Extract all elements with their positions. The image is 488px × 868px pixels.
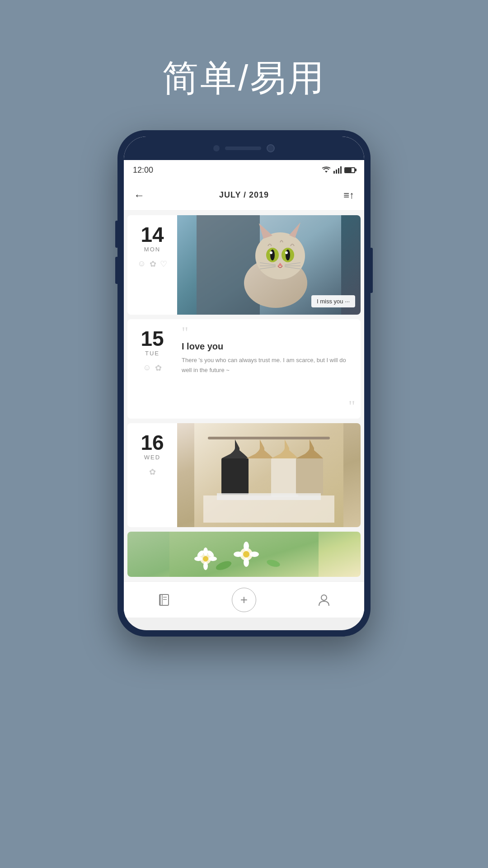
app-content: ← JULY / 2019 ≡↑ 14 MON ☺ ✿ [124, 180, 364, 618]
svg-rect-30 [296, 458, 323, 495]
entry-14[interactable]: 14 MON ☺ ✿ ♡ [127, 215, 361, 315]
sunny-icon-16: ✿ [149, 467, 156, 477]
mood-icons-16: ✿ [149, 467, 156, 477]
sunny-icon: ✿ [150, 259, 156, 269]
svg-point-36 [203, 547, 208, 556]
nav-add-item[interactable]: + [230, 586, 258, 613]
volume-down-button[interactable] [115, 257, 117, 284]
header-title: JULY / 2019 [219, 190, 269, 200]
svg-rect-6 [197, 215, 260, 315]
entry-15[interactable]: 15 TUE ☺ ✿ " I love you There 's you who… [127, 319, 361, 419]
front-camera [267, 144, 275, 152]
plus-icon: + [240, 594, 248, 606]
nav-book-item[interactable] [150, 586, 178, 613]
svg-rect-2 [336, 170, 337, 174]
svg-rect-32 [217, 493, 321, 500]
add-button[interactable]: + [232, 588, 256, 612]
svg-rect-1 [333, 171, 335, 174]
svg-point-54 [321, 595, 327, 600]
day-name-15: TUE [145, 350, 160, 357]
svg-point-45 [244, 558, 249, 567]
background: 简单/易用 12:00 [0, 0, 488, 868]
cat-photo: I miss you ··· [177, 215, 361, 315]
date-panel-15: 15 TUE ☺ ✿ [127, 319, 177, 419]
day-name-14: MON [144, 246, 160, 253]
date-panel-14: 14 MON ☺ ✿ ♡ [127, 215, 177, 315]
clothes-photo [177, 423, 361, 527]
entry-15-content: " I love you There 's you who can always… [177, 319, 361, 419]
mood-icons-15: ☺ ✿ [143, 363, 161, 373]
phone-frame: 12:00 [117, 130, 371, 637]
status-icons [322, 166, 355, 174]
svg-rect-27 [208, 437, 330, 439]
svg-point-18 [285, 251, 288, 254]
profile-icon [317, 593, 331, 607]
phone-notch [124, 137, 364, 160]
clothes-illustration [177, 423, 361, 527]
entry-15-title: I love you [182, 341, 353, 352]
svg-point-39 [209, 557, 217, 561]
flowers-illustration [127, 532, 361, 577]
phone-screen: 12:00 [124, 137, 364, 630]
entry-14-content: I miss you ··· [177, 215, 361, 315]
camera-area [213, 144, 275, 152]
day-number-14: 14 [141, 224, 164, 245]
svg-rect-3 [338, 168, 339, 174]
svg-point-17 [270, 251, 272, 254]
nav-profile-item[interactable] [310, 586, 338, 613]
power-button[interactable] [371, 248, 373, 293]
flowers-photo [127, 532, 361, 577]
back-button[interactable]: ← [134, 189, 145, 202]
sunny-icon-15: ✿ [155, 363, 162, 373]
entry-15-body: There 's you who can always trust me. I … [182, 355, 353, 375]
svg-point-35 [203, 556, 208, 561]
photo-caption: I miss you ··· [311, 295, 355, 307]
app-header: ← JULY / 2019 ≡↑ [124, 180, 364, 211]
smile-icon: ☺ [137, 259, 145, 269]
book-icon [157, 593, 171, 607]
svg-point-37 [203, 562, 208, 570]
battery-fill [345, 168, 352, 172]
entry-16-content [177, 423, 361, 527]
quote-close: " [348, 400, 355, 413]
sort-button[interactable]: ≡↑ [343, 189, 354, 201]
status-time: 12:00 [133, 165, 153, 175]
entry-16[interactable]: 16 WED ✿ [127, 423, 361, 527]
volume-up-button[interactable] [115, 221, 117, 248]
speaker-grille [225, 146, 261, 150]
svg-rect-51 [160, 594, 162, 605]
day-number-16: 16 [141, 432, 164, 453]
status-bar: 12:00 [124, 160, 364, 180]
smile-icon-15: ☺ [143, 363, 151, 373]
svg-point-15 [270, 250, 275, 260]
svg-point-44 [244, 542, 249, 551]
svg-point-8 [255, 232, 305, 279]
svg-rect-50 [160, 594, 169, 605]
day-name-16: WED [144, 454, 160, 461]
entries-list: 14 MON ☺ ✿ ♡ [124, 211, 364, 581]
entry-flowers[interactable] [127, 532, 361, 577]
svg-rect-4 [340, 166, 342, 174]
svg-marker-0 [325, 171, 328, 173]
quote-open: " [182, 326, 353, 340]
date-panel-16: 16 WED ✿ [127, 423, 177, 527]
svg-point-43 [243, 551, 249, 557]
svg-point-38 [194, 557, 202, 561]
mood-icons-14: ☺ ✿ ♡ [137, 259, 167, 269]
svg-point-46 [234, 552, 243, 557]
svg-rect-28 [221, 458, 249, 495]
bottom-navigation: + [124, 581, 364, 618]
camera-sensor [213, 145, 220, 151]
wifi-icon [322, 166, 331, 174]
app-title: 简单/易用 [162, 54, 326, 103]
signal-icon [333, 166, 342, 174]
battery-icon [344, 167, 355, 173]
svg-point-47 [250, 552, 259, 557]
svg-point-16 [286, 250, 290, 260]
entry-flowers-content [127, 532, 361, 577]
day-number-15: 15 [141, 328, 164, 349]
svg-rect-29 [271, 458, 298, 497]
heart-icon: ♡ [160, 259, 167, 269]
